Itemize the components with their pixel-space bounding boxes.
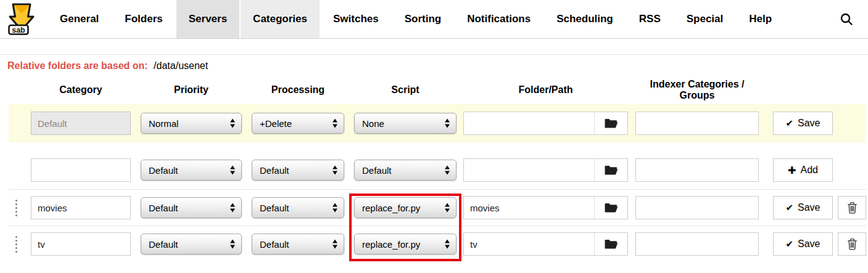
folder-path-group [463, 158, 628, 182]
chevron-up-down-icon [230, 166, 236, 175]
indexer-categories-input[interactable] [635, 232, 759, 256]
folder-icon [604, 165, 618, 176]
indexer-categories-input[interactable] [635, 112, 759, 135]
sabnzbd-logo[interactable]: sab [7, 2, 36, 36]
folder-path-group [463, 196, 628, 219]
browse-folder-button[interactable] [594, 112, 627, 134]
header-script: Script [354, 84, 457, 96]
category-name-input[interactable] [31, 158, 131, 182]
save-button[interactable]: ✔ Save [773, 196, 833, 219]
script-value: None [362, 118, 384, 129]
chevron-up-down-icon [230, 203, 236, 213]
drag-handle[interactable] [9, 200, 31, 216]
browse-folder-button[interactable] [594, 197, 627, 219]
folder-path-input[interactable] [464, 197, 594, 219]
table-header-row: Category Priority Processing Script Fold… [9, 81, 866, 99]
folder-path-group [463, 112, 628, 135]
chevron-up-down-icon [230, 240, 236, 249]
chevron-up-down-icon [445, 119, 450, 128]
category-name-input[interactable] [31, 196, 131, 219]
save-button[interactable]: ✔ Save [773, 112, 833, 135]
script-select[interactable]: replace_for.py [354, 234, 457, 255]
chevron-up-down-icon [230, 119, 236, 128]
chevron-up-down-icon [333, 119, 338, 128]
tab-general[interactable]: General [48, 0, 111, 38]
save-label: Save [798, 238, 820, 250]
processing-value: +Delete [260, 118, 292, 129]
script-select[interactable]: replace_for.py [354, 197, 457, 218]
chevron-up-down-icon [445, 166, 450, 175]
processing-select[interactable]: Default [252, 234, 344, 255]
drag-handle[interactable] [9, 236, 31, 253]
add-label: Add [800, 165, 817, 176]
header-priority: Priority [141, 84, 242, 96]
chevron-up-down-icon [333, 240, 338, 249]
priority-value: Default [149, 203, 178, 213]
delete-category-button[interactable] [838, 196, 866, 219]
notice-label: Relative folders are based on: [7, 60, 148, 71]
add-button[interactable]: ✚ Add [773, 158, 833, 182]
tab-servers[interactable]: Servers [176, 0, 239, 38]
browse-folder-button[interactable] [594, 159, 627, 181]
categories-table: Category Priority Processing Script Fold… [9, 81, 866, 262]
category-name-input[interactable] [31, 232, 131, 256]
section-divider [0, 54, 868, 55]
indexer-categories-input[interactable] [635, 196, 759, 219]
header-processing: Processing [252, 84, 344, 96]
folder-path-input[interactable] [464, 233, 594, 255]
save-label: Save [798, 202, 820, 213]
top-navbar: sab General Folders Servers Categories S… [0, 0, 868, 39]
table-row-tv: Default Default replace_for.py ✔ Save [9, 226, 866, 262]
indexer-categories-input[interactable] [635, 158, 759, 182]
check-icon: ✔ [785, 202, 793, 213]
folder-icon [604, 202, 618, 214]
script-select[interactable]: Default [354, 160, 457, 181]
check-icon: ✔ [785, 238, 793, 250]
notice-path: /data/usenet [154, 60, 208, 71]
trash-icon [846, 237, 858, 251]
processing-value: Default [260, 239, 289, 250]
tab-scheduling[interactable]: Scheduling [544, 0, 626, 38]
tab-categories[interactable]: Categories [241, 0, 320, 38]
priority-select[interactable]: Default [141, 160, 242, 181]
folder-path-group [463, 232, 628, 256]
table-row-default: Normal +Delete None ✔ Save [9, 104, 866, 142]
tab-folders[interactable]: Folders [112, 0, 175, 38]
relative-folders-notice: Relative folders are based on: /data/use… [7, 60, 868, 71]
script-value: Default [362, 165, 392, 176]
processing-select[interactable]: +Delete [252, 113, 344, 134]
save-button[interactable]: ✔ Save [773, 232, 833, 256]
check-icon: ✔ [785, 118, 793, 129]
processing-value: Default [260, 203, 289, 213]
folder-icon [604, 118, 618, 129]
tab-help[interactable]: Help [737, 0, 784, 38]
priority-select[interactable]: Normal [141, 113, 242, 134]
chevron-up-down-icon [333, 166, 338, 175]
category-name-input [31, 112, 131, 135]
folder-path-input[interactable] [464, 159, 594, 181]
folder-path-input[interactable] [464, 112, 594, 134]
priority-select[interactable]: Default [141, 197, 242, 218]
tab-switches[interactable]: Switches [321, 0, 391, 38]
trash-icon [846, 201, 858, 214]
script-select[interactable]: None [354, 113, 457, 134]
chevron-up-down-icon [445, 203, 450, 213]
tab-sorting[interactable]: Sorting [392, 0, 454, 38]
processing-select[interactable]: Default [252, 197, 344, 218]
processing-select[interactable]: Default [252, 160, 344, 181]
tab-special[interactable]: Special [674, 0, 736, 38]
folder-icon [604, 238, 618, 250]
script-value: replace_for.py [362, 203, 420, 213]
tab-rss[interactable]: RSS [627, 0, 673, 38]
plus-icon: ✚ [788, 165, 796, 176]
script-value: replace_for.py [362, 239, 420, 250]
browse-folder-button[interactable] [594, 233, 627, 255]
search-icon[interactable] [829, 0, 868, 38]
processing-value: Default [260, 165, 289, 176]
delete-category-button[interactable] [838, 232, 866, 256]
priority-select[interactable]: Default [141, 234, 242, 255]
header-folder: Folder/Path [463, 84, 628, 96]
tab-notifications[interactable]: Notifications [455, 0, 543, 38]
table-row-movies: Default Default replace_for.py ✔ Save [9, 190, 866, 226]
chevron-up-down-icon [333, 203, 338, 213]
